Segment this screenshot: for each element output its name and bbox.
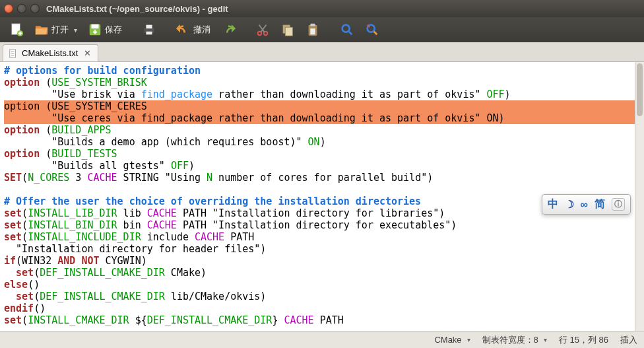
code-token: option — [4, 124, 40, 136]
tabwidth-selector[interactable]: 制表符宽度：8 — [482, 334, 547, 346]
save-button[interactable]: 保存 — [84, 20, 126, 40]
selected-line: option (USE_SYSTEM_CERES — [4, 100, 644, 112]
code-token: AND — [57, 255, 75, 267]
code-token: ( — [40, 124, 51, 136]
window-controls — [4, 4, 40, 13]
code-token: "Use brisk via — [4, 88, 141, 100]
paste-icon — [306, 22, 320, 37]
code-token: STRING "Using — [117, 172, 207, 184]
code-token: PATH "Installation directory for executa… — [177, 219, 457, 231]
copy-button[interactable] — [276, 20, 299, 40]
code-token: N_CORES — [28, 172, 69, 184]
code-token: INSTALL_INCLUDE_DIR — [28, 231, 141, 243]
maximize-window-button[interactable] — [30, 4, 40, 13]
undo-label: 撤消 — [193, 24, 210, 36]
new-file-icon — [9, 22, 24, 37]
code-token: USE_SYSTEM_BRISK — [51, 77, 147, 88]
code-token: DEF_INSTALL_CMAKE_DIR — [147, 314, 273, 326]
ime-mode-button[interactable]: 中 — [548, 197, 558, 211]
tab-label: CMakeLists.txt — [22, 48, 78, 58]
code-token: NOT — [81, 255, 99, 267]
code-token: INSTALL_CMAKE_DIR — [28, 314, 129, 326]
code-token: BUILD_APPS — [51, 124, 111, 136]
open-icon — [34, 22, 49, 37]
replace-button[interactable] — [361, 20, 383, 40]
open-dropdown-arrow[interactable]: ▾ — [74, 26, 77, 34]
code-token: set — [16, 267, 34, 279]
minimize-window-button[interactable] — [17, 4, 26, 13]
redo-button[interactable] — [217, 20, 240, 40]
code-token: option (USE_SYSTEM_CERES — [4, 100, 147, 112]
titlebar: CMakeLists.txt (~/open_source/okvis) - g… — [0, 0, 644, 17]
code-token: ${ — [129, 314, 147, 326]
code-token: DEF_INSTALL_CMAKE_DIR — [40, 291, 165, 302]
code-line: # Offer the user the choice of overridin… — [4, 195, 421, 207]
ime-loop-button[interactable]: ∞ — [581, 199, 588, 211]
code-token: option — [4, 148, 40, 160]
code-token: if — [4, 255, 16, 267]
insert-mode[interactable]: 插入 — [620, 334, 637, 346]
ime-toolbar[interactable]: 中 ☽ ∞ 简 ⓘ — [542, 194, 631, 215]
paste-button[interactable] — [302, 20, 324, 40]
code-token: ) — [505, 88, 511, 100]
code-token: "Installation directory for header files… — [4, 243, 266, 255]
file-icon — [9, 49, 18, 58]
code-token: CMake) — [165, 267, 207, 279]
print-button[interactable] — [138, 20, 160, 40]
code-token: find_package — [141, 88, 212, 100]
code-token: CYGWIN) — [100, 255, 147, 267]
code-token: N — [207, 172, 212, 184]
mode-label: 插入 — [620, 334, 637, 346]
open-button[interactable]: 打开 ▾ — [30, 20, 81, 40]
code-token: OFF — [171, 160, 189, 172]
search-button[interactable] — [336, 20, 358, 40]
code-token: ) — [320, 136, 326, 148]
toolbar: 打开 ▾ 保存 撤消 — [0, 17, 644, 42]
scrollbar-thumb[interactable] — [637, 63, 643, 116]
code-token: INSTALL_BIN_DIR — [28, 219, 117, 231]
redo-icon — [221, 22, 236, 37]
code-line: # options for build configuration — [4, 65, 201, 77]
replace-icon — [365, 22, 379, 37]
code-token: set — [4, 314, 22, 326]
ime-moon-button[interactable]: ☽ — [565, 198, 574, 211]
language-label: CMake — [434, 335, 461, 345]
svg-rect-12 — [310, 24, 315, 26]
undo-button[interactable]: 撤消 — [172, 20, 214, 40]
undo-icon — [176, 22, 191, 37]
code-token: "Use ceres via find_package rather than … — [4, 112, 505, 124]
tab-cmakelists[interactable]: CMakeLists.txt ✕ — [3, 44, 98, 61]
vertical-scrollbar[interactable] — [635, 62, 644, 331]
code-token: CACHE — [87, 172, 117, 184]
code-token: set — [4, 231, 22, 243]
selected-line: "Use ceres via find_package rather than … — [4, 112, 644, 124]
position-label: 行 15，列 86 — [559, 334, 608, 346]
window-title: CMakeLists.txt (~/open_source/okvis) - g… — [46, 4, 228, 14]
tab-close-button[interactable]: ✕ — [82, 48, 92, 59]
code-token: endif — [4, 302, 34, 314]
code-token: () — [28, 279, 40, 291]
code-token: ( — [40, 77, 51, 88]
tab-bar: CMakeLists.txt ✕ — [0, 42, 644, 62]
code-token: else — [4, 279, 28, 291]
close-window-button[interactable] — [4, 4, 13, 13]
code-token: bin — [117, 219, 147, 231]
cut-icon — [255, 22, 270, 37]
code-token: ( — [22, 314, 28, 326]
code-token: ( — [40, 148, 51, 160]
ime-simplified-button[interactable]: 简 — [595, 197, 605, 211]
save-icon — [88, 22, 102, 37]
open-label: 打开 — [51, 24, 69, 36]
new-file-button[interactable] — [5, 20, 28, 40]
code-token — [4, 267, 16, 279]
code-token: number of cores for parallel build") — [212, 172, 433, 184]
ime-info-button[interactable]: ⓘ — [612, 198, 625, 211]
cut-button[interactable] — [251, 20, 274, 40]
print-icon — [142, 22, 156, 37]
code-token: () — [34, 302, 46, 314]
language-selector[interactable]: CMake — [434, 335, 470, 345]
editor-area[interactable]: # options for build configuration option… — [0, 62, 644, 331]
code-token: ( — [22, 219, 28, 231]
code-token: PATH — [314, 314, 344, 326]
statusbar: CMake 制表符宽度：8 行 15，列 86 插入 — [0, 331, 644, 348]
